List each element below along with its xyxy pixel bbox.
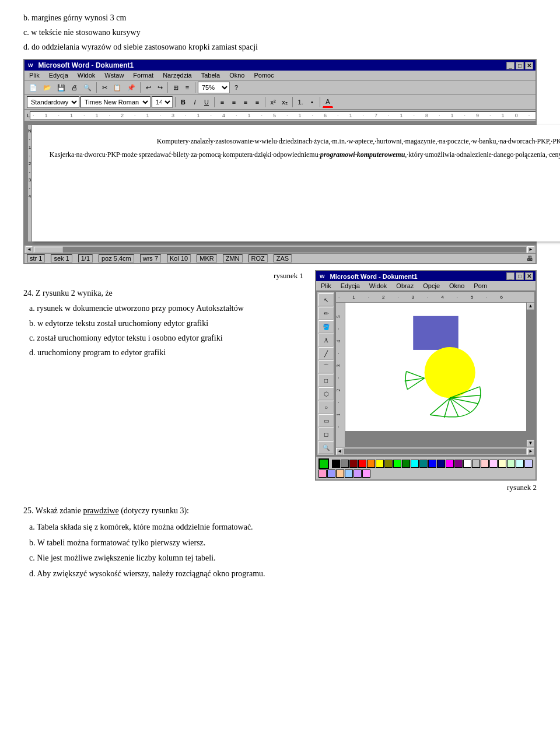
style-select[interactable]: Standardowy [27, 96, 79, 108]
bullets-btn[interactable]: • [307, 96, 317, 108]
draw-menu-widok[interactable]: Widok [367, 282, 390, 290]
color-magenta[interactable] [446, 460, 454, 468]
color-orange[interactable] [367, 460, 375, 468]
draw-tool-polygon[interactable]: ⬡ [318, 387, 334, 400]
color-teal[interactable] [419, 460, 428, 468]
draw-menu-edycja[interactable]: Edycja [338, 282, 362, 290]
paste-btn[interactable]: 📌 [125, 82, 138, 93]
cut-btn[interactable]: ✂ [99, 82, 110, 93]
underline-btn[interactable]: U [201, 96, 212, 108]
color-red[interactable] [358, 460, 366, 468]
bold-btn[interactable]: B [178, 96, 188, 108]
color-periwinkle[interactable] [327, 470, 335, 478]
align-center-btn[interactable]: ≡ [229, 96, 239, 108]
open-btn[interactable]: 📂 [41, 82, 54, 93]
zoom-select[interactable]: 75% 100% 150% [198, 82, 230, 93]
scroll-thumb-horiz-1[interactable] [34, 247, 63, 253]
menu-format-1[interactable]: Format [131, 71, 156, 79]
color-lime[interactable] [393, 460, 401, 468]
draw-menu-pom[interactable]: Pom [471, 282, 489, 290]
draw-tool-text[interactable]: A [318, 334, 334, 346]
color-white[interactable] [463, 460, 471, 468]
color-green[interactable] [402, 460, 410, 468]
print-btn[interactable]: 🖨 [69, 82, 80, 93]
color-current[interactable] [318, 458, 329, 469]
color-lightyellow[interactable] [498, 460, 506, 468]
subscript-btn[interactable]: x₂ [279, 96, 290, 108]
draw-tool-ellipse[interactable]: ○ [318, 401, 334, 414]
scroll-right-btn-1[interactable]: ► [527, 246, 534, 253]
menu-plik-1[interactable]: Plik [27, 71, 42, 79]
draw-canvas[interactable] [345, 303, 526, 431]
align-left-btn[interactable]: ≡ [217, 96, 228, 108]
draw-tool-pencil[interactable]: ✏ [318, 307, 334, 320]
color-pinkrose[interactable] [318, 470, 327, 478]
color-lightviolet[interactable] [489, 460, 498, 468]
color-olive[interactable] [384, 460, 393, 468]
new-btn[interactable]: 📄 [27, 82, 40, 93]
color-black[interactable] [332, 460, 340, 468]
preview-btn[interactable]: 🔍 [81, 82, 94, 93]
draw-close-btn[interactable]: ✕ [525, 272, 533, 280]
size-select[interactable]: 14 [152, 96, 173, 108]
menu-tabela-1[interactable]: Tabela [199, 71, 222, 79]
columns-btn[interactable]: ≡ [182, 82, 192, 93]
menu-edycja-1[interactable]: Edycja [47, 71, 71, 79]
color-gray[interactable] [341, 460, 349, 468]
align-right-btn[interactable]: ≡ [240, 96, 251, 108]
draw-scroll-right-btn[interactable]: ► [527, 448, 534, 455]
draw-minimize-btn[interactable]: _ [506, 272, 514, 280]
menu-narzedzia-1[interactable]: Narzędzia [160, 71, 194, 79]
close-btn-1[interactable]: ✕ [525, 62, 533, 69]
draw-tool-eraser[interactable]: ◻ [318, 428, 334, 440]
color-navy[interactable] [437, 460, 445, 468]
color-lightpink[interactable] [481, 460, 489, 468]
minimize-btn-1[interactable]: _ [506, 62, 514, 69]
help-btn[interactable]: ? [231, 82, 242, 93]
draw-tool-fill[interactable]: 🪣 [318, 320, 334, 333]
draw-tool-zoom[interactable]: 🔍 [318, 441, 334, 454]
font-select[interactable]: Times New Roman [80, 96, 150, 108]
color-lavender[interactable] [354, 470, 362, 478]
color-silver[interactable] [472, 460, 480, 468]
table-btn[interactable]: ⊞ [170, 82, 181, 93]
redo-btn[interactable]: ↪ [155, 82, 165, 93]
draw-tool-select[interactable]: ↖ [318, 293, 334, 306]
font-color-btn[interactable]: A [323, 96, 333, 108]
draw-tool-line[interactable]: ╱ [318, 347, 334, 360]
color-peach[interactable] [336, 470, 344, 478]
draw-menu-plik[interactable]: Plik [318, 282, 334, 290]
color-cyan[interactable] [411, 460, 419, 468]
superscript-btn[interactable]: x² [268, 96, 278, 108]
scroll-left-btn-1[interactable]: ◄ [26, 246, 33, 253]
maximize-btn-1[interactable]: □ [516, 62, 524, 69]
color-skyblue[interactable] [345, 470, 353, 478]
save-btn[interactable]: 💾 [55, 82, 68, 93]
draw-tool-rect[interactable]: □ [318, 374, 334, 387]
draw-menu-okno[interactable]: Okno [447, 282, 467, 290]
color-purple[interactable] [454, 460, 463, 468]
copy-btn[interactable]: 📋 [111, 82, 124, 93]
color-blue[interactable] [428, 460, 436, 468]
color-lightblue[interactable] [524, 460, 533, 468]
draw-scroll-left[interactable]: ◄ [336, 448, 343, 455]
draw-scroll-down[interactable]: ▼ [527, 440, 534, 447]
color-lightcyan[interactable] [516, 460, 524, 468]
document-page-1[interactable]: Komputery·znalazły·zastosowanie·w·wielu·… [32, 125, 560, 241]
color-orchid[interactable] [362, 470, 370, 478]
color-lightgreen[interactable] [507, 460, 515, 468]
draw-tool-curve[interactable]: ⌒ [318, 360, 334, 373]
menu-widok-1[interactable]: Widok [75, 71, 98, 79]
menu-wstaw-1[interactable]: Wstaw [102, 71, 126, 79]
draw-scroll-up[interactable]: ▲ [527, 303, 534, 310]
numbering-btn[interactable]: 1. [295, 96, 306, 108]
draw-menu-obraz[interactable]: Obraz [394, 282, 416, 290]
menu-pomoc-1[interactable]: Pomoc [251, 71, 276, 79]
italic-btn[interactable]: I [190, 96, 200, 108]
menu-okno-1[interactable]: Okno [227, 71, 247, 79]
color-darkred[interactable] [349, 460, 358, 468]
color-yellow[interactable] [376, 460, 384, 468]
draw-menu-opcje[interactable]: Opcje [421, 282, 442, 290]
undo-btn[interactable]: ↩ [143, 82, 153, 93]
draw-tool-rounded[interactable]: ▭ [318, 414, 334, 427]
